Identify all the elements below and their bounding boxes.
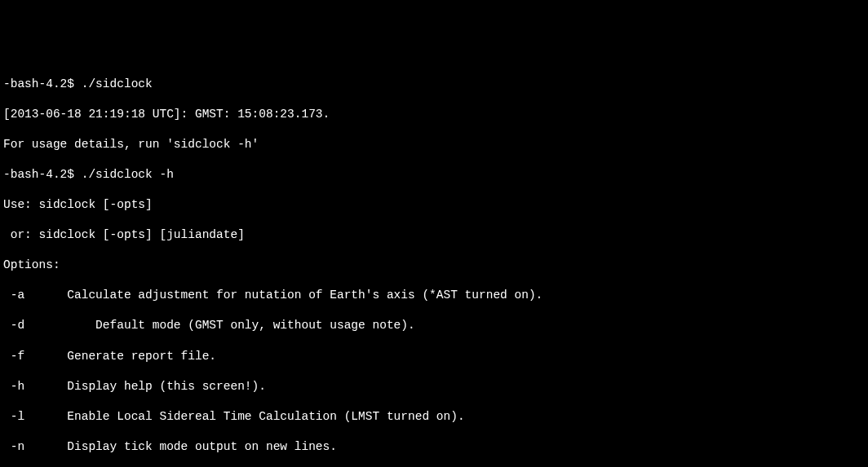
- terminal-line: -l Enable Local Sidereal Time Calculatio…: [3, 409, 865, 425]
- terminal-line: -f Generate report file.: [3, 349, 865, 364]
- terminal-line: -a Calculate adjustment for nutation of …: [3, 288, 865, 303]
- terminal-line: -bash-4.2$ ./sidclock -h: [3, 167, 865, 183]
- terminal-line: or: sidclock [-opts] [juliandate]: [3, 227, 865, 243]
- terminal-line: -d Default mode (GMST only, without usag…: [3, 318, 865, 333]
- terminal-line: -bash-4.2$ ./sidclock: [3, 77, 865, 92]
- terminal-output[interactable]: -bash-4.2$ ./sidclock [2013-06-18 21:19:…: [3, 61, 865, 467]
- terminal-line: Use: sidclock [-opts]: [3, 197, 865, 213]
- terminal-line: For usage details, run 'sidclock -h': [3, 137, 865, 152]
- terminal-line: -n Display tick mode output on new lines…: [3, 439, 865, 455]
- terminal-line: Options:: [3, 258, 865, 273]
- terminal-line: -h Display help (this screen!).: [3, 379, 865, 394]
- terminal-line: [2013-06-18 21:19:18 UTC]: GMST: 15:08:2…: [3, 107, 865, 122]
